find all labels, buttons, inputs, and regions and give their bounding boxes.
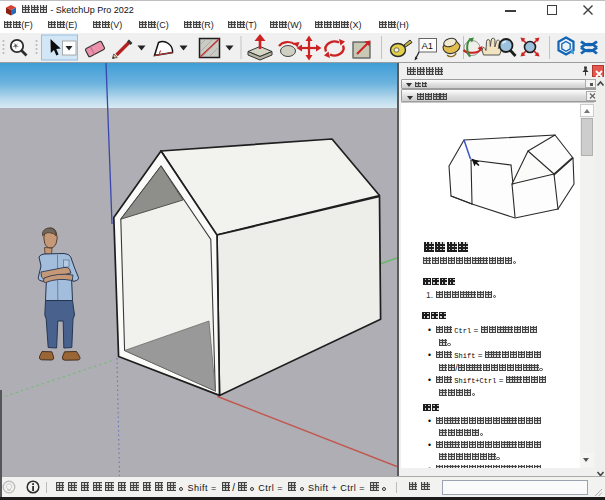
svg-text:A1: A1: [422, 40, 434, 51]
